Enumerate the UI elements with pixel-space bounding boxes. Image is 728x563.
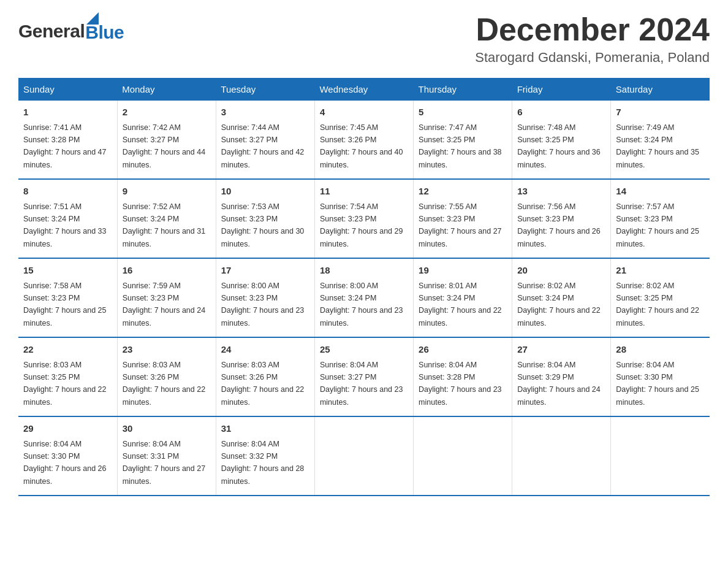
day-number: 15 — [23, 264, 112, 278]
day-info: Sunrise: 7:45 AMSunset: 3:26 PMDaylight:… — [320, 123, 403, 169]
day-info: Sunrise: 8:04 AMSunset: 3:30 PMDaylight:… — [23, 440, 107, 486]
table-row: 30Sunrise: 8:04 AMSunset: 3:31 PMDayligh… — [117, 416, 216, 496]
day-info: Sunrise: 8:00 AMSunset: 3:23 PMDaylight:… — [221, 282, 305, 327]
col-wednesday: Wednesday — [314, 78, 413, 101]
table-row: 13Sunrise: 7:56 AMSunset: 3:23 PMDayligh… — [512, 179, 611, 258]
day-number: 23 — [123, 343, 211, 357]
table-row: 20Sunrise: 8:02 AMSunset: 3:24 PMDayligh… — [512, 258, 611, 337]
calendar-week-row: 15Sunrise: 7:58 AMSunset: 3:23 PMDayligh… — [18, 258, 710, 337]
day-info: Sunrise: 8:04 AMSunset: 3:31 PMDaylight:… — [123, 440, 206, 486]
day-number: 19 — [419, 264, 507, 278]
table-row: 5Sunrise: 7:47 AMSunset: 3:25 PMDaylight… — [414, 101, 512, 179]
day-info: Sunrise: 7:55 AMSunset: 3:23 PMDaylight:… — [419, 202, 502, 248]
table-row: 11Sunrise: 7:54 AMSunset: 3:23 PMDayligh… — [314, 179, 413, 258]
day-number: 28 — [616, 343, 705, 357]
table-row: 18Sunrise: 8:00 AMSunset: 3:24 PMDayligh… — [314, 258, 413, 337]
day-info: Sunrise: 7:47 AMSunset: 3:25 PMDaylight:… — [419, 123, 502, 169]
table-row: 29Sunrise: 8:04 AMSunset: 3:30 PMDayligh… — [18, 416, 117, 496]
table-row: 7Sunrise: 7:49 AMSunset: 3:24 PMDaylight… — [611, 101, 710, 179]
table-row: 2Sunrise: 7:42 AMSunset: 3:27 PMDaylight… — [117, 101, 216, 179]
logo-general-text: General — [18, 21, 85, 42]
day-number: 12 — [419, 185, 507, 199]
col-saturday: Saturday — [611, 78, 710, 101]
day-info: Sunrise: 7:48 AMSunset: 3:25 PMDaylight:… — [517, 123, 601, 169]
day-info: Sunrise: 8:02 AMSunset: 3:24 PMDaylight:… — [517, 282, 601, 327]
day-number: 17 — [221, 264, 309, 278]
location-subtitle: Starogard Gdanski, Pomerania, Poland — [475, 50, 710, 66]
logo-blue-section: Blue — [85, 12, 124, 42]
table-row: 19Sunrise: 8:01 AMSunset: 3:24 PMDayligh… — [414, 258, 512, 337]
table-row — [414, 416, 512, 496]
day-info: Sunrise: 8:04 AMSunset: 3:30 PMDaylight:… — [616, 361, 699, 407]
col-sunday: Sunday — [18, 78, 117, 101]
day-number: 11 — [320, 185, 408, 199]
calendar-week-row: 22Sunrise: 8:03 AMSunset: 3:25 PMDayligh… — [18, 337, 710, 416]
day-number: 5 — [419, 105, 507, 120]
table-row: 17Sunrise: 8:00 AMSunset: 3:23 PMDayligh… — [216, 258, 314, 337]
table-row: 10Sunrise: 7:53 AMSunset: 3:23 PMDayligh… — [216, 179, 314, 258]
calendar-header-row: Sunday Monday Tuesday Wednesday Thursday… — [18, 78, 710, 101]
day-number: 22 — [23, 343, 112, 357]
day-info: Sunrise: 8:02 AMSunset: 3:25 PMDaylight:… — [616, 282, 699, 327]
day-info: Sunrise: 8:00 AMSunset: 3:24 PMDaylight:… — [320, 282, 403, 327]
table-row — [314, 416, 413, 496]
day-number: 10 — [221, 185, 309, 199]
calendar-table: Sunday Monday Tuesday Wednesday Thursday… — [18, 78, 710, 496]
table-row: 8Sunrise: 7:51 AMSunset: 3:24 PMDaylight… — [18, 179, 117, 258]
day-info: Sunrise: 7:57 AMSunset: 3:23 PMDaylight:… — [616, 202, 699, 248]
col-thursday: Thursday — [414, 78, 512, 101]
day-info: Sunrise: 8:04 AMSunset: 3:29 PMDaylight:… — [517, 361, 601, 407]
day-number: 25 — [320, 343, 408, 357]
table-row: 28Sunrise: 8:04 AMSunset: 3:30 PMDayligh… — [611, 337, 710, 416]
table-row: 24Sunrise: 8:03 AMSunset: 3:26 PMDayligh… — [216, 337, 314, 416]
day-info: Sunrise: 8:04 AMSunset: 3:32 PMDaylight:… — [221, 440, 305, 486]
day-number: 9 — [123, 185, 211, 199]
day-number: 13 — [517, 185, 605, 199]
table-row: 4Sunrise: 7:45 AMSunset: 3:26 PMDaylight… — [314, 101, 413, 179]
table-row: 6Sunrise: 7:48 AMSunset: 3:25 PMDaylight… — [512, 101, 611, 179]
day-number: 31 — [221, 422, 309, 436]
day-number: 27 — [517, 343, 605, 357]
table-row: 12Sunrise: 7:55 AMSunset: 3:23 PMDayligh… — [414, 179, 512, 258]
table-row: 9Sunrise: 7:52 AMSunset: 3:24 PMDaylight… — [117, 179, 216, 258]
day-info: Sunrise: 7:51 AMSunset: 3:24 PMDaylight:… — [23, 202, 107, 248]
day-number: 4 — [320, 105, 408, 120]
col-friday: Friday — [512, 78, 611, 101]
day-number: 21 — [616, 264, 705, 278]
day-info: Sunrise: 8:01 AMSunset: 3:24 PMDaylight:… — [419, 282, 502, 327]
calendar-week-row: 29Sunrise: 8:04 AMSunset: 3:30 PMDayligh… — [18, 416, 710, 496]
table-row: 3Sunrise: 7:44 AMSunset: 3:27 PMDaylight… — [216, 101, 314, 179]
day-info: Sunrise: 8:03 AMSunset: 3:26 PMDaylight:… — [123, 361, 206, 407]
day-number: 3 — [221, 105, 309, 120]
calendar-week-row: 8Sunrise: 7:51 AMSunset: 3:24 PMDaylight… — [18, 179, 710, 258]
day-number: 6 — [517, 105, 605, 120]
logo-blue-text: Blue — [85, 23, 124, 42]
day-info: Sunrise: 8:04 AMSunset: 3:28 PMDaylight:… — [419, 361, 502, 407]
day-info: Sunrise: 8:04 AMSunset: 3:27 PMDaylight:… — [320, 361, 403, 407]
day-number: 1 — [23, 105, 112, 120]
page-header: General Blue December 2024 Starogard Gda… — [18, 12, 710, 66]
month-title: December 2024 — [475, 12, 710, 47]
col-tuesday: Tuesday — [216, 78, 314, 101]
day-info: Sunrise: 7:53 AMSunset: 3:23 PMDaylight:… — [221, 202, 305, 248]
day-info: Sunrise: 8:03 AMSunset: 3:26 PMDaylight:… — [221, 361, 305, 407]
day-number: 30 — [123, 422, 211, 436]
table-row: 31Sunrise: 8:04 AMSunset: 3:32 PMDayligh… — [216, 416, 314, 496]
table-row: 14Sunrise: 7:57 AMSunset: 3:23 PMDayligh… — [611, 179, 710, 258]
table-row: 21Sunrise: 8:02 AMSunset: 3:25 PMDayligh… — [611, 258, 710, 337]
calendar-week-row: 1Sunrise: 7:41 AMSunset: 3:28 PMDaylight… — [18, 101, 710, 179]
day-number: 8 — [23, 185, 112, 199]
table-row — [611, 416, 710, 496]
table-row: 1Sunrise: 7:41 AMSunset: 3:28 PMDaylight… — [18, 101, 117, 179]
day-info: Sunrise: 7:59 AMSunset: 3:23 PMDaylight:… — [123, 282, 206, 327]
day-number: 18 — [320, 264, 408, 278]
table-row: 22Sunrise: 8:03 AMSunset: 3:25 PMDayligh… — [18, 337, 117, 416]
table-row — [512, 416, 611, 496]
day-number: 16 — [123, 264, 211, 278]
day-info: Sunrise: 7:52 AMSunset: 3:24 PMDaylight:… — [123, 202, 206, 248]
logo: General Blue — [18, 12, 124, 42]
table-row: 23Sunrise: 8:03 AMSunset: 3:26 PMDayligh… — [117, 337, 216, 416]
table-row: 25Sunrise: 8:04 AMSunset: 3:27 PMDayligh… — [314, 337, 413, 416]
day-number: 29 — [23, 422, 112, 436]
day-number: 24 — [221, 343, 309, 357]
